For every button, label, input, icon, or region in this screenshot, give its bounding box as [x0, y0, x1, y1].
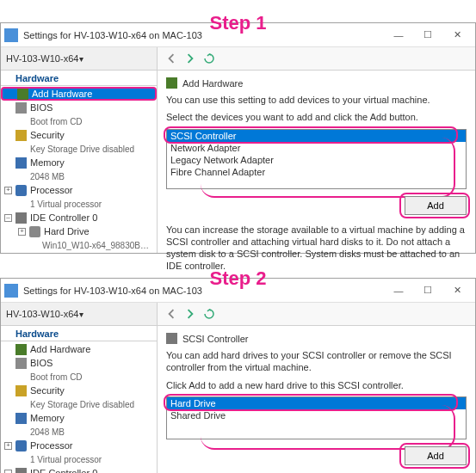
content-panel: Add Hardware You can use this setting to…	[158, 71, 475, 253]
panel-desc-2: Click Add to add a new hard drive to thi…	[166, 379, 467, 391]
back-icon[interactable]	[166, 309, 176, 319]
add-button[interactable]: Add	[405, 446, 467, 465]
tree-add-hardware[interactable]: Add Hardware	[1, 87, 157, 101]
add-hardware-icon	[17, 89, 28, 100]
step-2-label: Step 2	[0, 267, 476, 290]
security-icon	[15, 385, 27, 396]
ide-icon	[15, 468, 27, 474]
tree-memory-detail: 2048 MB	[1, 425, 157, 439]
vm-dropdown[interactable]: HV-103-W10-x64 ▾	[1, 47, 158, 70]
panel-title: SCSI Controller	[182, 334, 248, 344]
list-item[interactable]: Legacy Network Adapter	[167, 154, 466, 166]
list-item[interactable]: SCSI Controller	[167, 130, 466, 142]
drive-listbox[interactable]: Hard Drive Shared Drive	[166, 396, 467, 439]
settings-window-step2: Settings for HV-103-W10-x64 on MAC-103 —…	[0, 278, 476, 473]
hardware-tree: Hardware Add Hardware BIOS Boot from CD …	[1, 71, 158, 253]
vm-name: HV-103-W10-x64	[6, 309, 79, 319]
tree-header-hardware: Hardware	[1, 328, 157, 341]
tree-add-hardware[interactable]: Add Hardware	[1, 342, 157, 356]
forward-icon[interactable]	[185, 53, 195, 64]
tree-memory-detail: 2048 MB	[1, 169, 157, 183]
chevron-down-icon: ▾	[79, 54, 152, 64]
tree-processor[interactable]: +Processor	[1, 439, 157, 452]
tree-security-detail: Key Storage Drive disabled	[1, 397, 157, 411]
list-item[interactable]: Shared Drive	[167, 409, 466, 421]
refresh-icon[interactable]	[204, 53, 214, 64]
tree-processor-detail: 1 Virtual processor	[1, 197, 157, 211]
toolbar: HV-103-W10-x64 ▾	[1, 47, 475, 71]
tree-bios-detail: Boot from CD	[1, 370, 157, 384]
tree-security-detail: Key Storage Drive disabled	[1, 142, 157, 156]
tree-bios[interactable]: BIOS	[1, 356, 157, 370]
add-hardware-icon	[15, 344, 27, 355]
forward-icon[interactable]	[185, 309, 195, 319]
panel-desc-2: Select the devices you want to add and c…	[166, 111, 467, 123]
vm-name: HV-103-W10-x64	[6, 53, 79, 64]
back-icon[interactable]	[166, 53, 176, 64]
memory-icon	[15, 413, 27, 424]
tree-ide0[interactable]: –IDE Controller 0	[1, 466, 157, 473]
cpu-icon	[15, 440, 27, 452]
step-1-label: Step 1	[0, 12, 476, 34]
cpu-icon	[15, 185, 27, 196]
panel-desc-1: You can use this setting to add devices …	[166, 94, 467, 106]
list-item[interactable]: Network Adapter	[167, 142, 466, 154]
list-item[interactable]: Hard Drive	[167, 397, 466, 409]
hardware-tree: Hardware Add Hardware BIOS Boot from CD …	[1, 326, 158, 473]
hard-drive-icon	[29, 226, 40, 237]
tree-processor[interactable]: +Processor	[1, 183, 157, 197]
settings-window-step1: Settings for HV-103-W10-x64 on MAC-103 —…	[0, 22, 476, 254]
tree-processor-detail: 1 Virtual processor	[1, 452, 157, 466]
toolstrip	[158, 303, 475, 325]
tree-ide1[interactable]: –IDE Controller 1	[1, 252, 157, 253]
ide-icon	[15, 212, 27, 224]
toolbar: HV-103-W10-x64 ▾	[1, 303, 475, 326]
tree-security[interactable]: Security	[1, 128, 157, 142]
scsi-icon	[166, 333, 177, 344]
tree-bios[interactable]: BIOS	[1, 101, 157, 114]
bios-icon	[15, 102, 27, 114]
vm-dropdown[interactable]: HV-103-W10-x64 ▾	[1, 303, 158, 325]
add-button[interactable]: Add	[405, 196, 467, 215]
tree-header-hardware: Hardware	[1, 72, 157, 86]
toolstrip	[158, 47, 475, 70]
content-panel: SCSI Controller You can add hard drives …	[158, 326, 475, 473]
panel-desc-1: You can add hard drives to your SCSI con…	[166, 349, 467, 374]
device-listbox[interactable]: SCSI Controller Network Adapter Legacy N…	[166, 129, 467, 189]
add-hardware-icon	[166, 77, 177, 89]
tree-hd-detail: Win10_W10-x64_98830B…	[1, 238, 157, 252]
chevron-down-icon: ▾	[79, 310, 152, 319]
tree-hard-drive[interactable]: +Hard Drive	[1, 224, 157, 238]
security-icon	[15, 130, 27, 141]
refresh-icon[interactable]	[204, 309, 214, 319]
memory-icon	[15, 157, 27, 169]
bios-icon	[15, 358, 27, 369]
tree-security[interactable]: Security	[1, 384, 157, 397]
tree-ide0[interactable]: –IDE Controller 0	[1, 211, 157, 224]
tree-memory[interactable]: Memory	[1, 156, 157, 169]
panel-title: Add Hardware	[182, 78, 243, 89]
list-item[interactable]: Fibre Channel Adapter	[167, 166, 466, 178]
tree-bios-detail: Boot from CD	[1, 114, 157, 128]
tree-memory[interactable]: Memory	[1, 411, 157, 425]
panel-footnote: You can increase the storage available t…	[166, 224, 467, 273]
